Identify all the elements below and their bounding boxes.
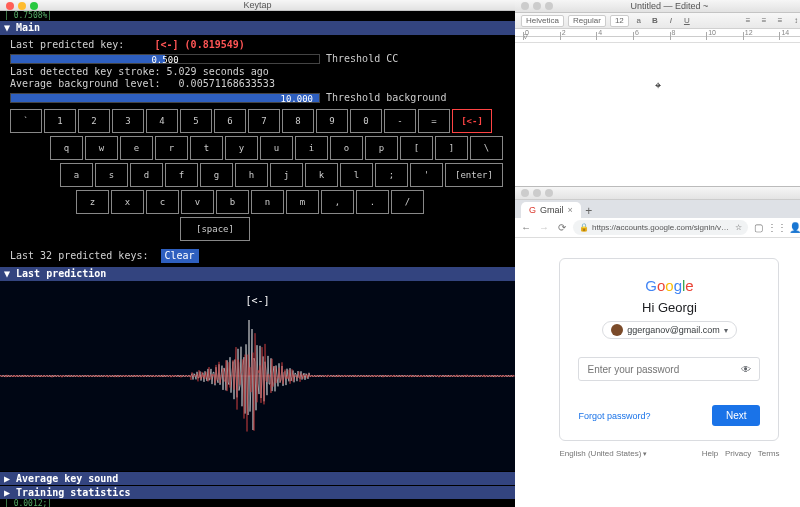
key-r[interactable]: r xyxy=(155,136,188,160)
close-icon[interactable] xyxy=(6,2,14,10)
minimize-icon[interactable] xyxy=(533,2,541,10)
key-[interactable]: - xyxy=(384,109,416,133)
tab-gmail[interactable]: G Gmail × xyxy=(521,202,581,218)
key-t[interactable]: t xyxy=(190,136,223,160)
key-space[interactable]: [space] xyxy=(180,217,250,241)
minimize-icon[interactable] xyxy=(533,189,541,197)
bold-icon[interactable]: B xyxy=(649,15,661,27)
font-select[interactable]: Helvetica xyxy=(521,15,564,27)
key-h[interactable]: h xyxy=(235,163,268,187)
footer-privacy-link[interactable]: Privacy xyxy=(725,449,751,458)
key-n[interactable]: n xyxy=(251,190,284,214)
key-c[interactable]: c xyxy=(146,190,179,214)
section-training-stats-header[interactable]: ▶ Training statistics xyxy=(0,485,515,499)
threshold-bg-slider[interactable]: 10.000 xyxy=(10,93,320,103)
ruler[interactable]: ▽ 0246810121416 xyxy=(515,29,800,43)
footer-terms-link[interactable]: Terms xyxy=(758,449,780,458)
account-chip[interactable]: ggerganov@gmail.com ▾ xyxy=(602,321,737,339)
size-select[interactable]: 12 xyxy=(610,15,629,27)
key-p[interactable]: p xyxy=(365,136,398,160)
key-[interactable]: ; xyxy=(375,163,408,187)
reload-icon[interactable]: ⟳ xyxy=(555,221,569,235)
key-e[interactable]: e xyxy=(120,136,153,160)
next-button[interactable]: Next xyxy=(712,405,761,426)
align-center-icon[interactable]: ≡ xyxy=(758,15,770,27)
key-[interactable]: = xyxy=(418,109,450,133)
back-icon[interactable]: ← xyxy=(519,221,533,235)
section-main-header[interactable]: ▼ Main xyxy=(0,21,515,35)
key-[interactable]: ] xyxy=(435,136,468,160)
key-[interactable]: [<-] xyxy=(452,109,492,133)
key-[interactable]: , xyxy=(321,190,354,214)
key-[interactable]: . xyxy=(356,190,389,214)
cast-icon[interactable]: ▢ xyxy=(752,221,766,235)
key-enter[interactable]: [enter] xyxy=(445,163,503,187)
clear-button[interactable]: Clear xyxy=(161,249,199,263)
footer-help-link[interactable]: Help xyxy=(702,449,718,458)
zoom-icon[interactable] xyxy=(545,189,553,197)
key-x[interactable]: x xyxy=(111,190,144,214)
key-[interactable]: [ xyxy=(400,136,433,160)
key-l[interactable]: l xyxy=(340,163,373,187)
section-avg-key-sound-header[interactable]: ▶ Average key sound xyxy=(0,471,515,485)
key-5[interactable]: 5 xyxy=(180,109,212,133)
key-1[interactable]: 1 xyxy=(44,109,76,133)
key-s[interactable]: s xyxy=(95,163,128,187)
editor-titlebar[interactable]: Untitled — Edited ~ xyxy=(515,0,800,13)
key-u[interactable]: u xyxy=(260,136,293,160)
align-right-icon[interactable]: ≡ xyxy=(774,15,786,27)
browser-titlebar[interactable] xyxy=(515,187,800,200)
key-z[interactable]: z xyxy=(76,190,109,214)
threshold-cc-slider[interactable]: 0.500 xyxy=(10,54,320,64)
language-select[interactable]: English (United States) xyxy=(559,449,647,458)
key-2[interactable]: 2 xyxy=(78,109,110,133)
align-left-icon[interactable]: ≡ xyxy=(742,15,754,27)
zoom-icon[interactable] xyxy=(30,2,38,10)
key-k[interactable]: k xyxy=(305,163,338,187)
star-icon[interactable]: ☆ xyxy=(735,223,742,232)
omnibox[interactable]: 🔒 https://accounts.google.com/signin/v… … xyxy=(573,220,748,235)
key-f[interactable]: f xyxy=(165,163,198,187)
key-o[interactable]: o xyxy=(330,136,363,160)
key-[interactable]: / xyxy=(391,190,424,214)
key-i[interactable]: i xyxy=(295,136,328,160)
close-icon[interactable] xyxy=(521,2,529,10)
zoom-icon[interactable] xyxy=(545,2,553,10)
password-input[interactable]: Enter your password 👁 xyxy=(578,357,760,381)
key-y[interactable]: y xyxy=(225,136,258,160)
key-8[interactable]: 8 xyxy=(282,109,314,133)
minimize-icon[interactable] xyxy=(18,2,26,10)
key-0[interactable]: 0 xyxy=(350,109,382,133)
profile-icon[interactable]: 👤 xyxy=(788,221,800,235)
key-w[interactable]: w xyxy=(85,136,118,160)
key-d[interactable]: d xyxy=(130,163,163,187)
line-spacing-icon[interactable]: ↕ xyxy=(790,15,800,27)
terminal-titlebar[interactable]: Keytap xyxy=(0,0,515,11)
tab-close-icon[interactable]: × xyxy=(568,205,573,215)
key-[interactable]: ` xyxy=(10,109,42,133)
text-color-icon[interactable]: a xyxy=(633,15,645,27)
key-v[interactable]: v xyxy=(181,190,214,214)
key-3[interactable]: 3 xyxy=(112,109,144,133)
key-g[interactable]: g xyxy=(200,163,233,187)
key-b[interactable]: b xyxy=(216,190,249,214)
key-m[interactable]: m xyxy=(286,190,319,214)
close-icon[interactable] xyxy=(521,189,529,197)
key-4[interactable]: 4 xyxy=(146,109,178,133)
key-q[interactable]: q xyxy=(50,136,83,160)
section-last-prediction-header[interactable]: ▼ Last prediction xyxy=(0,267,515,281)
key-[interactable]: \ xyxy=(470,136,503,160)
key-[interactable]: ' xyxy=(410,163,443,187)
key-6[interactable]: 6 xyxy=(214,109,246,133)
new-tab-button[interactable]: + xyxy=(581,204,597,218)
key-9[interactable]: 9 xyxy=(316,109,348,133)
underline-icon[interactable]: U xyxy=(681,15,693,27)
show-password-icon[interactable]: 👁 xyxy=(741,364,751,375)
key-7[interactable]: 7 xyxy=(248,109,280,133)
forward-icon[interactable]: → xyxy=(537,221,551,235)
italic-icon[interactable]: I xyxy=(665,15,677,27)
style-select[interactable]: Regular xyxy=(568,15,606,27)
key-a[interactable]: a xyxy=(60,163,93,187)
key-j[interactable]: j xyxy=(270,163,303,187)
document-body[interactable]: ⌖ xyxy=(515,43,800,186)
